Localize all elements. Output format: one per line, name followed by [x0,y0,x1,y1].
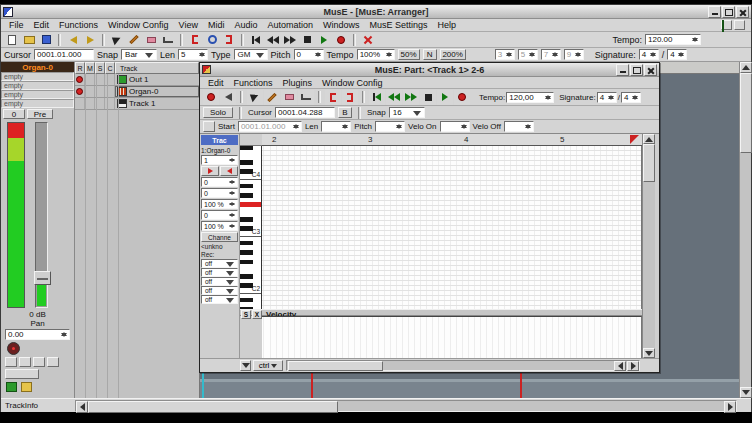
mute-cell[interactable] [85,74,95,85]
scroll-up-icon[interactable] [643,134,655,144]
type-combo[interactable]: GM [234,49,268,60]
rewind-icon[interactable] [265,32,281,47]
track-row[interactable]: Out 1 [75,74,199,86]
mute-cell[interactable] [85,98,95,109]
punch-in-icon[interactable] [325,90,341,105]
scrollbar-thumb[interactable] [88,401,338,413]
input-filter-combo-1[interactable]: off [201,259,238,268]
tempo-scale-spinbox[interactable]: 100% [357,49,395,60]
velocity-spinbox[interactable]: 0 [201,210,238,220]
mini-spinbox-3[interactable]: 7 [541,49,561,60]
length-spinbox[interactable]: 100 % [201,199,238,209]
event-position-icon[interactable] [203,121,215,132]
scroll-up-icon[interactable] [740,62,752,73]
forward-icon[interactable] [403,90,419,105]
scroll-down-icon[interactable] [740,387,752,398]
signature-denominator-spinbox[interactable]: 4 [667,49,687,60]
menu-audio[interactable]: Audio [229,20,262,30]
input-filter-combo-5[interactable]: off [201,295,238,304]
ctrl-lane-button[interactable]: ctrl [253,360,283,371]
pan-spinbox[interactable]: 0.00 [5,329,70,340]
input-filter-combo-3[interactable]: off [201,277,238,286]
speaker-icon[interactable] [220,90,236,105]
menu-functions[interactable]: Functions [54,20,103,30]
len-spinbox[interactable]: 5 [178,49,208,60]
pointer-tool-icon[interactable] [247,90,263,105]
redo-icon[interactable] [82,32,98,47]
eraser-tool-icon[interactable] [281,90,297,105]
rewind-icon[interactable] [386,90,402,105]
input-filter-combo-4[interactable]: off [201,286,238,295]
open-file-icon[interactable] [21,32,37,47]
menu-automation[interactable]: Automation [263,20,319,30]
scroll-left-icon[interactable] [614,361,626,371]
scroll-left-icon[interactable] [76,401,88,413]
scroll-right-icon[interactable] [724,401,736,413]
delay-spinbox[interactable]: 0 [201,188,238,198]
transpose-spinbox[interactable]: 0 [201,177,238,187]
punch-out-icon[interactable] [342,90,358,105]
scrollbar-thumb[interactable] [740,73,752,153]
pianoroll-minimize-button[interactable] [616,64,629,76]
pianoroll-menu-edit[interactable]: Edit [203,78,229,88]
start-spinbox[interactable]: 0001.01.000 [238,121,302,132]
menu-edit[interactable]: Edit [29,20,55,30]
pencil-tool-icon[interactable] [126,32,142,47]
lane-splitter[interactable] [240,309,642,316]
menu-midi[interactable]: Midi [203,20,230,30]
context-help-icon[interactable] [721,20,732,30]
pianoroll-ruler[interactable]: 2 3 4 5 [262,134,642,146]
piano-keyboard[interactable]: C4 C3 C2 [240,146,262,309]
stop-icon[interactable] [299,32,315,47]
record-icon[interactable] [333,32,349,47]
menu-window-config[interactable]: Window Config [103,20,174,30]
output-routing-icon[interactable] [21,382,32,392]
program-spinbox[interactable]: 1 [201,155,238,165]
strip-empty-slot[interactable]: empty [1,72,74,81]
tempo-double-button[interactable]: 200% [440,49,466,60]
menu-view[interactable]: View [174,20,203,30]
minimize-button[interactable] [708,6,721,18]
pointer-tool-icon[interactable] [109,32,125,47]
panic-icon[interactable] [360,32,376,47]
save-file-icon[interactable] [38,32,54,47]
strip-small-button-3[interactable] [33,357,45,367]
highlighted-key[interactable] [240,202,261,207]
draw-tool-icon[interactable] [298,90,314,105]
strip-zero-button[interactable]: 0 [3,109,25,119]
play-icon[interactable] [437,90,453,105]
record-arm-icon[interactable] [76,76,83,83]
strip-small-button-4[interactable] [47,357,59,367]
beat-toggle-button[interactable]: B [338,107,352,118]
compression-spinbox[interactable]: 100 % [201,221,238,231]
undo-icon[interactable] [65,32,81,47]
pianoroll-sig-num-spinbox[interactable]: 4 [597,92,617,103]
pianoroll-sig-den-spinbox[interactable]: 4 [621,92,641,103]
scrollbar-thumb[interactable] [288,361,383,371]
tempo-half-button[interactable]: 50% [398,49,420,60]
draw-tool-icon[interactable] [160,32,176,47]
maximize-button[interactable] [722,6,735,18]
arranger-vertical-scrollbar[interactable] [739,62,751,398]
strip-empty-slot[interactable]: empty [1,90,74,99]
menu-file[interactable]: File [4,20,29,30]
pianoroll-horizontal-scrollbar[interactable] [286,360,640,371]
input-routing-icon[interactable] [6,382,17,392]
fader-handle[interactable] [34,271,51,285]
mute-cell[interactable] [85,86,95,97]
pianoroll-menu-window-config[interactable]: Window Config [317,78,388,88]
play-icon[interactable] [316,32,332,47]
titlebar[interactable]: MusE - [MusE: Arranger] [1,5,751,19]
tempo-normal-button[interactable]: N [423,49,437,60]
pianoroll-snap-combo[interactable]: 16 [389,107,425,118]
strip-empty-slot[interactable]: empty [1,99,74,108]
mini-spinbox-2[interactable]: 5 [518,49,538,60]
forward-icon[interactable] [282,32,298,47]
channel-button[interactable]: Channe [201,232,238,242]
strip-small-button-1[interactable] [5,357,17,367]
menu-windows[interactable]: Windows [318,20,365,30]
eraser-tool-icon[interactable] [143,32,159,47]
arranger-horizontal-scrollbar[interactable] [75,400,737,412]
strip-small-button-2[interactable] [19,357,31,367]
rewind-start-icon[interactable] [369,90,385,105]
